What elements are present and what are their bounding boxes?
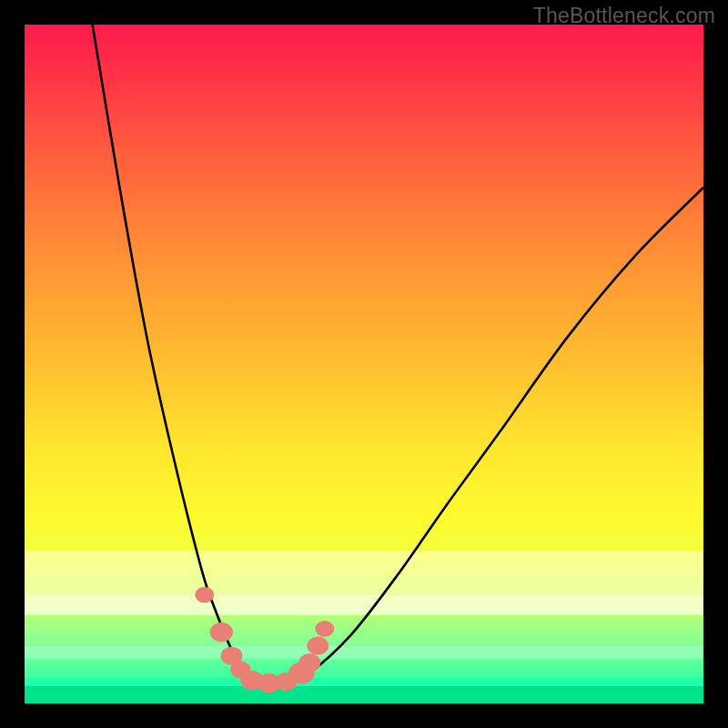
curve-marker: [307, 636, 329, 654]
curve-marker: [210, 622, 233, 642]
marker-group: [195, 587, 334, 693]
chart-frame: TheBottleneck.com: [0, 0, 728, 728]
curve-marker: [315, 621, 334, 637]
curve-marker: [195, 587, 214, 603]
curve-marker: [298, 653, 320, 672]
curve-layer: [25, 25, 703, 703]
bottleneck-curve: [93, 25, 703, 683]
watermark-text: TheBottleneck.com: [533, 4, 715, 28]
plot-area: [25, 25, 703, 703]
